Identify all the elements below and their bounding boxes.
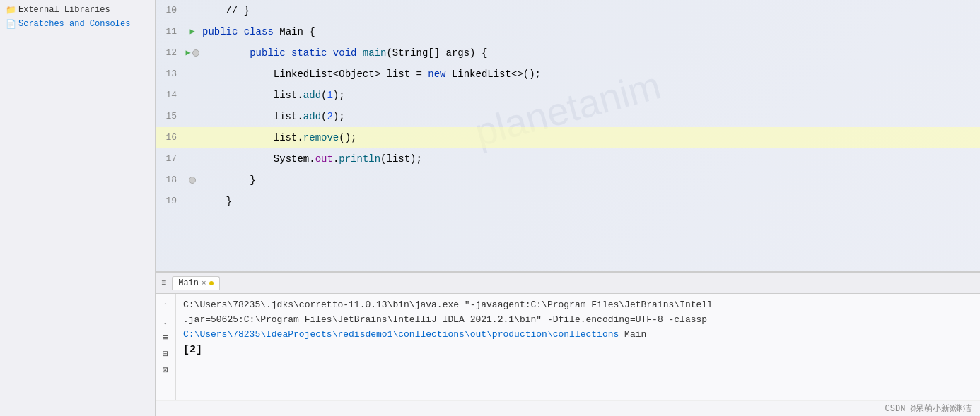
- console-cmd-line2: .jar=50625:C:\Program Files\JetBrains\In…: [183, 313, 973, 328]
- line-code-10: // }: [202, 0, 980, 21]
- line-code-13: LinkedList<Object> list = new LinkedList…: [202, 64, 980, 85]
- line-number-19: 19: [156, 191, 182, 212]
- console-close-button[interactable]: ⊠: [158, 363, 173, 377]
- console-tab-label: Main: [178, 278, 199, 288]
- console-footer: CSDN @呆萌小新@渊洁: [156, 400, 980, 416]
- gutter-18: [182, 177, 202, 184]
- gutter-12[interactable]: ▶: [182, 42, 202, 64]
- code-line-11: 11 ▶ public class Main {: [156, 21, 980, 42]
- line-code-14: list.add(1);: [202, 85, 980, 106]
- line-number-15: 15: [156, 106, 182, 127]
- line-number-13: 13: [156, 64, 182, 85]
- console-content-wrapper: ↑ ↓ ≡ ⊟ ⊠ C:\Users\78235\.jdks\corretto-…: [156, 294, 980, 400]
- scroll-up-button[interactable]: ↑: [158, 298, 173, 312]
- console-tab-dot: [209, 281, 214, 285]
- line-code-11: public class Main {: [202, 21, 980, 42]
- line-code-19: }: [202, 191, 980, 212]
- line-code-16: list.remove();: [202, 127, 980, 148]
- line-number-11: 11: [156, 21, 182, 42]
- run-arrow-12[interactable]: ▶: [185, 42, 190, 64]
- code-line-15: 15 list.add(2);: [156, 106, 980, 127]
- console-cmd-path-line: C:\Users\78235\IdeaProjects\redisdemo1\c…: [183, 328, 973, 343]
- console-menu-icon: ≡: [161, 278, 166, 288]
- console-footer-text: CSDN @呆萌小新@渊洁: [885, 403, 972, 415]
- line-number-10: 10: [156, 0, 182, 21]
- line-code-12: public static void main(String[] args) {: [202, 42, 980, 64]
- code-line-14: 14 list.add(1);: [156, 85, 980, 106]
- code-line-12: 12 ▶ public static void main(String[] ar…: [156, 42, 980, 64]
- sidebar-item-external-libraries[interactable]: 📁 External Libraries: [0, 3, 155, 17]
- console-toolbar: ↑ ↓ ≡ ⊟ ⊠: [156, 294, 176, 400]
- sidebar-item-scratches-and-consoles[interactable]: 📄 Scratches and Consoles: [0, 17, 155, 31]
- line-number-12: 12: [156, 42, 182, 64]
- console-output-result: [2]: [183, 342, 973, 359]
- line-number-18: 18: [156, 170, 182, 191]
- sidebar: 📁 External Libraries 📄 Scratches and Con…: [0, 0, 156, 416]
- line-number-14: 14: [156, 85, 182, 106]
- line-code-18: }: [202, 170, 980, 191]
- run-arrow-11[interactable]: ▶: [189, 21, 194, 42]
- console-tab-close[interactable]: ×: [202, 279, 206, 287]
- line-code-15: list.add(2);: [202, 106, 980, 127]
- scratch-icon: 📄: [6, 19, 16, 29]
- breakpoint-12[interactable]: [192, 49, 199, 57]
- console-cmd-line1: C:\Users\78235\.jdks\corretto-11.0.13\bi…: [183, 298, 973, 313]
- code-line-16: 16 list.remove();: [156, 127, 980, 148]
- console-tabs-bar: ≡ Main ×: [156, 273, 980, 294]
- code-line-10: 10 // }: [156, 0, 980, 21]
- console-path-link[interactable]: C:\Users\78235\IdeaProjects\redisdemo1\c…: [183, 329, 619, 340]
- main-container: 📁 External Libraries 📄 Scratches and Con…: [0, 0, 980, 416]
- console-output[interactable]: C:\Users\78235\.jdks\corretto-11.0.13\bi…: [176, 294, 980, 400]
- code-line-17: 17 System.out.println(list);: [156, 148, 980, 170]
- scroll-down-button[interactable]: ↓: [158, 314, 173, 328]
- console-collapse-button[interactable]: ⊟: [158, 347, 173, 361]
- scratches-label: Scratches and Consoles: [18, 19, 130, 29]
- code-view: 10 // } 11 ▶ public class Main { 12: [156, 0, 980, 271]
- console-area: ≡ Main × ↑ ↓ ≡ ⊟ ⊠ C:\U: [156, 271, 980, 416]
- line-code-17: System.out.println(list);: [202, 148, 980, 170]
- folder-icon: 📁: [6, 5, 16, 15]
- line-number-16: 16: [156, 127, 182, 148]
- editor-area: planetanim 10 // } 11 ▶ public class Mai…: [156, 0, 980, 271]
- console-tab-main[interactable]: Main ×: [172, 276, 219, 290]
- code-line-18: 18 }: [156, 170, 980, 191]
- console-menu-button[interactable]: ≡: [158, 331, 173, 345]
- gutter-11[interactable]: ▶: [182, 21, 202, 42]
- line-number-17: 17: [156, 148, 182, 170]
- code-line-13: 13 LinkedList<Object> list = new LinkedL…: [156, 64, 980, 85]
- code-lines: 10 // } 11 ▶ public class Main { 12: [156, 0, 980, 271]
- external-libraries-label: External Libraries: [18, 5, 110, 15]
- breakpoint-18[interactable]: [189, 177, 196, 184]
- code-line-19: 19 }: [156, 191, 980, 212]
- console-main-text: Main: [619, 329, 646, 340]
